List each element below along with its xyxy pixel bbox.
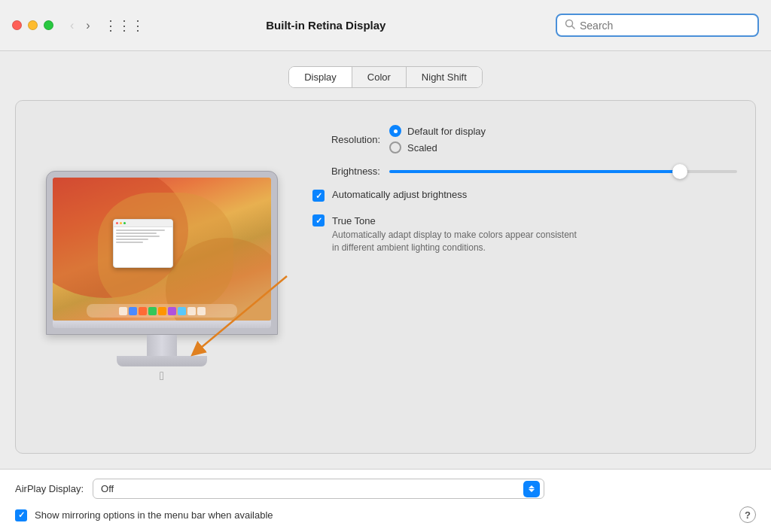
radio-default-circle[interactable]: [389, 125, 401, 137]
airplay-label: AirPlay Display:: [15, 483, 84, 494]
true-tone-label: True Tone: [332, 215, 376, 226]
search-input[interactable]: [580, 20, 750, 32]
airplay-row: AirPlay Display: Off On: [15, 479, 756, 499]
resolution-radio-group: Default for display Scaled: [389, 125, 486, 154]
titlebar: ‹ › ⋮⋮⋮ Built-in Retina Display: [0, 0, 771, 51]
tabs: Display Color Night Shift: [288, 66, 483, 88]
screen-dock: [87, 304, 237, 318]
brightness-row: Brightness:: [312, 166, 737, 177]
brightness-slider[interactable]: [389, 170, 737, 173]
back-button[interactable]: ‹: [66, 17, 78, 34]
monitor-outer: [46, 171, 278, 335]
traffic-lights: [12, 20, 53, 30]
minimize-button[interactable]: [28, 20, 38, 30]
help-button[interactable]: ?: [739, 506, 756, 523]
apple-logo: : [160, 369, 164, 383]
window-title: Built-in Retina Display: [96, 19, 556, 32]
radio-default-display[interactable]: Default for display: [389, 125, 486, 137]
settings-controls: Resolution: Default for display Scaled B…: [312, 119, 737, 435]
true-tone-description: Automatically adapt display to make colo…: [332, 229, 581, 254]
brightness-label: Brightness:: [312, 166, 380, 177]
mirror-label: Show mirroring options in the menu bar w…: [35, 509, 273, 521]
tab-color[interactable]: Color: [352, 67, 407, 87]
radio-scaled-label: Scaled: [407, 142, 437, 154]
forward-button[interactable]: ›: [81, 17, 94, 34]
auto-brightness-row[interactable]: Automatically adjust brightness: [312, 189, 737, 202]
monitor-illustration: : [46, 171, 278, 383]
true-tone-checkbox[interactable]: [312, 214, 325, 226]
mirror-checkbox[interactable]: [15, 509, 27, 521]
search-icon: [565, 19, 575, 32]
settings-panel:  Resolution: Default for: [15, 100, 756, 454]
screen-window: [113, 219, 173, 268]
true-tone-row[interactable]: True Tone Automatically adapt display to…: [312, 214, 737, 254]
close-button[interactable]: [12, 20, 22, 30]
true-tone-text-group: True Tone Automatically adapt display to…: [332, 214, 581, 254]
resolution-row: Resolution: Default for display Scaled: [312, 125, 737, 154]
tab-display[interactable]: Display: [289, 67, 352, 87]
radio-scaled[interactable]: Scaled: [389, 141, 486, 154]
tab-night-shift[interactable]: Night Shift: [407, 67, 482, 87]
svg-line-1: [572, 26, 575, 29]
airplay-select-wrap: Off On: [93, 479, 544, 499]
search-box[interactable]: [556, 14, 759, 37]
mirror-row: Show mirroring options in the menu bar w…: [15, 506, 756, 523]
main-content: Display Color Night Shift: [0, 51, 771, 469]
monitor-area: : [34, 119, 290, 435]
auto-brightness-label: Automatically adjust brightness: [332, 189, 467, 200]
bottom-section: AirPlay Display: Off On Show mirroring o…: [0, 469, 771, 532]
auto-brightness-checkbox[interactable]: [312, 190, 325, 202]
radio-scaled-circle[interactable]: [389, 141, 401, 154]
radio-default-label: Default for display: [407, 126, 486, 137]
tabs-container: Display Color Night Shift: [15, 66, 756, 88]
airplay-select[interactable]: Off On: [93, 479, 544, 499]
nav-arrows: ‹ ›: [66, 17, 95, 34]
resolution-label: Resolution:: [312, 134, 380, 145]
monitor-screen: [53, 178, 271, 321]
fullscreen-button[interactable]: [44, 20, 53, 30]
mirror-left: Show mirroring options in the menu bar w…: [15, 509, 273, 521]
